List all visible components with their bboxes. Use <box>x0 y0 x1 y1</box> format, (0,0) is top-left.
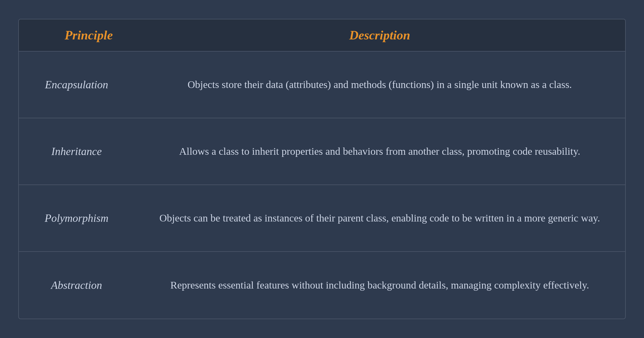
table-row-encapsulation: EncapsulationObjects store their data (a… <box>19 52 625 118</box>
table-row-inheritance: InheritanceAllows a class to inherit pro… <box>19 118 625 185</box>
principle-column-header: Principle <box>31 28 146 42</box>
table-body: EncapsulationObjects store their data (a… <box>19 52 625 319</box>
description-cell-encapsulation: Objects store their data (attributes) an… <box>134 64 625 105</box>
table-row-polymorphism: PolymorphismObjects can be treated as in… <box>19 185 625 252</box>
description-cell-abstraction: Represents essential features without in… <box>134 265 625 306</box>
table-row-abstraction: AbstractionRepresents essential features… <box>19 252 625 319</box>
table-header: Principle Description <box>19 19 625 52</box>
principle-cell-inheritance: Inheritance <box>19 133 134 170</box>
principle-cell-polymorphism: Polymorphism <box>19 200 134 237</box>
description-cell-polymorphism: Objects can be treated as instances of t… <box>134 198 625 238</box>
principle-cell-abstraction: Abstraction <box>19 267 134 304</box>
principle-cell-encapsulation: Encapsulation <box>19 66 134 103</box>
description-column-header: Description <box>146 28 613 42</box>
description-cell-inheritance: Allows a class to inherit properties and… <box>134 131 625 172</box>
oop-principles-table: Principle Description EncapsulationObjec… <box>18 19 626 319</box>
